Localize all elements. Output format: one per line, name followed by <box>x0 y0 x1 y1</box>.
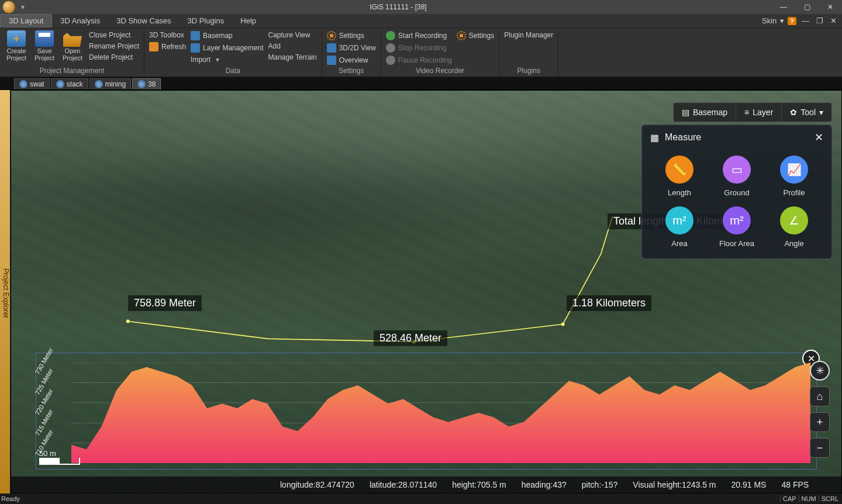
ribbon-tab-3d-analysis[interactable]: 3D Analysis <box>52 14 108 27</box>
status-cap: CAP <box>780 495 799 502</box>
window-close-button[interactable]: ✕ <box>819 3 842 11</box>
pause-icon <box>386 56 395 65</box>
mdi-restore-button[interactable]: ❐ <box>815 16 825 25</box>
info-height: height:705.5 m <box>452 480 506 489</box>
ribbon-group-data: 3D Toolbox Refresh Basemap Layer Managem… <box>144 28 322 77</box>
open-project-button[interactable]: Open Project <box>60 29 85 61</box>
view-toggle-icon <box>327 43 336 53</box>
window-minimize-button[interactable]: — <box>772 3 795 11</box>
measure-tool-angle[interactable]: ∠Angle <box>768 206 820 248</box>
pause-recording-button[interactable]: Pause Recording <box>385 55 453 65</box>
3d-2d-view-button[interactable]: 3D/2D View <box>326 43 377 53</box>
recorder-settings-button[interactable]: Settings <box>455 30 495 41</box>
project-explorer-collapsed-panel[interactable]: Project Explorer <box>0 90 11 493</box>
layers-icon: ≡ <box>744 108 749 117</box>
ribbon-group-label: Plugins <box>503 65 554 77</box>
globe-icon <box>95 80 103 88</box>
map-navigation-controls: ✳ ⌂ + − <box>810 361 830 458</box>
rename-project-button[interactable]: Rename Project <box>88 42 140 51</box>
map-toolbar-tool-button[interactable]: ✿Tool▾ <box>781 103 831 122</box>
add-button[interactable]: Add <box>267 42 318 51</box>
skin-selector-dropdown-icon[interactable]: ▾ <box>780 16 784 25</box>
zoom-out-button[interactable]: − <box>810 438 830 458</box>
scale-bar: 50 m <box>39 449 80 465</box>
refresh-button[interactable]: Refresh <box>148 42 187 52</box>
ribbon-group-video-recorder: Start Recording Stop Recording Pause Rec… <box>381 28 499 77</box>
window-maximize-button[interactable]: ▢ <box>795 3 819 11</box>
zoom-in-button[interactable]: + <box>810 412 830 432</box>
document-tab-swat[interactable]: swat <box>14 78 50 89</box>
svg-point-0 <box>126 319 130 323</box>
chart-icon: 📈 <box>780 156 808 184</box>
capture-view-button[interactable]: Capture View <box>267 30 318 40</box>
mdi-close-button[interactable]: ✕ <box>829 16 838 25</box>
folder-open-icon <box>63 30 82 47</box>
ribbon-tab-3d-showcases[interactable]: 3D Show Cases <box>108 14 179 27</box>
skin-selector-label[interactable]: Skin <box>762 16 777 25</box>
play-icon <box>386 31 395 40</box>
info-longitude: longitude:82.474720 <box>280 480 354 489</box>
ribbon-group-label: Settings <box>326 65 377 77</box>
measurement-label-segment-2: 528.46 Meter <box>374 330 447 346</box>
ribbon-tab-help[interactable]: Help <box>232 14 264 27</box>
map-toolbar: ▤Basemap ≡Layer ✿Tool▾ <box>673 102 832 122</box>
info-ms: 20.91 MS <box>731 480 767 489</box>
measure-tool-profile[interactable]: 📈Profile <box>768 156 820 197</box>
measure-tool-area[interactable]: m²Area <box>654 206 705 248</box>
measure-tool-length[interactable]: 📏Length <box>654 156 705 197</box>
ribbon-tab-3d-plugins[interactable]: 3D Plugins <box>179 14 232 27</box>
3d-toolbox-button[interactable]: 3D Toolbox <box>148 30 187 40</box>
map-toolbar-layer-button[interactable]: ≡Layer <box>736 103 781 122</box>
globe-icon <box>137 80 146 88</box>
elevation-profile-chart <box>71 363 810 463</box>
3d-viewport[interactable]: 758.89 Meter 528.46 Meter 1.18 Kilometer… <box>11 90 842 493</box>
mdi-minimize-button[interactable]: — <box>800 16 811 25</box>
ribbon: Create Project Save Project Open Project… <box>0 28 842 77</box>
help-button[interactable]: ? <box>788 17 796 25</box>
chevron-down-icon: ▾ <box>819 108 823 117</box>
plugin-manager-button[interactable]: Plugin Manager <box>503 30 554 40</box>
ribbon-group-label: Project Management <box>4 65 140 77</box>
ribbon-group-label: Video Recorder <box>385 65 495 77</box>
status-scrl: SCRL <box>819 495 841 502</box>
measure-panel-close-button[interactable]: ✕ <box>815 131 823 144</box>
close-project-button[interactable]: Close Project <box>88 30 140 40</box>
app-logo-icon <box>2 1 15 13</box>
document-tab-mining[interactable]: mining <box>89 78 131 89</box>
measure-tool-floor-area[interactable]: m²Floor Area <box>711 206 762 248</box>
new-project-icon <box>7 30 26 47</box>
refresh-icon <box>149 42 158 51</box>
start-recording-button[interactable]: Start Recording <box>385 30 453 41</box>
status-ready: Ready <box>1 495 20 502</box>
ribbon-tab-3d-layout[interactable]: 3D Layout <box>0 14 52 27</box>
overview-button[interactable]: Overview <box>326 55 377 65</box>
layer-management-button[interactable]: Layer Management <box>189 43 264 53</box>
stop-recording-button[interactable]: Stop Recording <box>385 43 453 53</box>
floor-area-icon: m² <box>723 206 751 234</box>
svg-point-2 <box>561 322 565 326</box>
measure-tool-ground[interactable]: ▭Ground <box>711 156 762 197</box>
delete-project-button[interactable]: Delete Project <box>88 53 140 62</box>
manage-terrain-button[interactable]: Manage Terrain <box>267 53 318 62</box>
ribbon-group-plugins: Plugin Manager Plugins <box>499 28 558 77</box>
calculator-icon: ▦ <box>650 132 659 143</box>
compass-button[interactable]: ✳ <box>810 361 830 381</box>
document-tab-stack[interactable]: stack <box>51 78 88 89</box>
globe-icon <box>19 80 27 88</box>
save-icon <box>35 30 54 47</box>
angle-icon: ∠ <box>780 206 808 234</box>
window-title: IGiS 111111 - [38] <box>25 3 772 11</box>
settings-button[interactable]: Settings <box>326 30 377 41</box>
document-tab-38[interactable]: 38 <box>132 78 161 89</box>
info-fps: 48 FPS <box>781 480 809 489</box>
measurement-label-segment-1: 758.89 Meter <box>128 295 202 311</box>
basemap-button[interactable]: Basemap <box>189 30 264 41</box>
map-toolbar-basemap-button[interactable]: ▤Basemap <box>674 103 736 122</box>
save-project-button[interactable]: Save Project <box>32 29 57 61</box>
overview-icon <box>327 56 336 65</box>
import-button[interactable]: Import▾ <box>189 55 264 64</box>
ribbon-group-project-management: Create Project Save Project Open Project… <box>0 28 144 77</box>
home-button[interactable]: ⌂ <box>810 386 830 406</box>
globe-icon <box>56 80 64 88</box>
create-project-button[interactable]: Create Project <box>4 29 29 61</box>
